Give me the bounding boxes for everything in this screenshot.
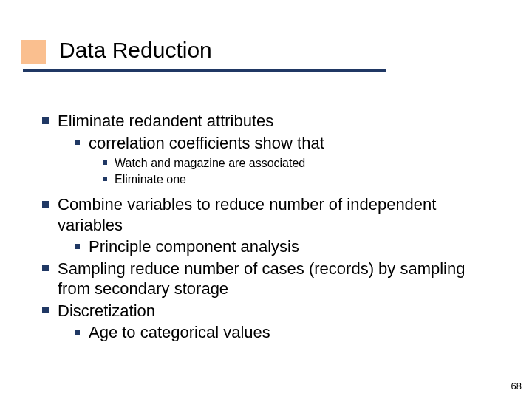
bullet-icon	[42, 301, 58, 321]
bullet-icon	[75, 133, 89, 154]
title-underline	[23, 69, 386, 72]
bullet-text: Age to categorical values	[89, 322, 493, 343]
bullet-icon	[75, 236, 89, 257]
bullet-text: Watch and magazine are associated	[115, 156, 493, 171]
bullet-icon	[42, 194, 58, 215]
slide-title: Data Reduction	[59, 38, 212, 63]
bullet-l3: Eliminate one	[103, 172, 493, 187]
bullet-icon	[42, 259, 58, 279]
bullet-text: Sampling reduce number of cases (records…	[58, 259, 493, 299]
bullet-text: Principle component analysis	[89, 236, 493, 257]
bullet-icon	[103, 156, 115, 171]
bullet-text: correlation coefficients show that	[89, 133, 493, 154]
page-number: 68	[511, 381, 522, 392]
bullet-l3: Watch and magazine are associated	[103, 156, 493, 171]
bullet-l1: Eliminate redandent attributes	[42, 111, 493, 132]
bullet-text: Discretization	[58, 301, 493, 321]
content-body: Eliminate redandent attributes correlati…	[42, 111, 493, 344]
bullet-l2: correlation coefficients show that	[75, 133, 493, 154]
bullet-icon	[42, 111, 58, 132]
bullet-l2: Age to categorical values	[75, 322, 493, 343]
bullet-l2: Principle component analysis	[75, 236, 493, 257]
bullet-text: Combine variables to reduce number of in…	[58, 194, 493, 235]
bullet-icon	[103, 172, 115, 187]
bullet-l1: Discretization	[42, 301, 493, 321]
bullet-l1: Sampling reduce number of cases (records…	[42, 259, 493, 299]
bullet-l1: Combine variables to reduce number of in…	[42, 194, 493, 235]
bullet-text: Eliminate one	[115, 172, 493, 187]
slide: Data Reduction Eliminate redandent attri…	[0, 0, 532, 399]
bullet-text: Eliminate redandent attributes	[58, 111, 493, 132]
accent-square	[21, 40, 46, 64]
bullet-icon	[75, 322, 89, 343]
